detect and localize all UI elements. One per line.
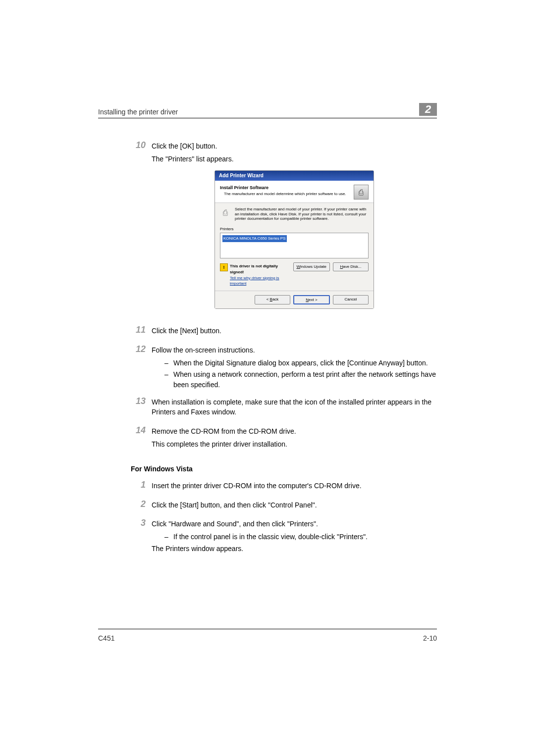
footer-right: 2-10 <box>423 634 437 642</box>
windows-update-button[interactable]: Windows Update <box>293 262 330 271</box>
chapter-badge: 2 <box>419 103 437 116</box>
sub-text: If the control panel is in the classic v… <box>173 532 437 542</box>
step-text: Follow the on-screen instructions. <box>152 345 437 355</box>
step-13: 13 When installation is complete, make s… <box>131 397 437 420</box>
page-footer: C451 2-10 <box>98 629 437 642</box>
step-text: Insert the printer driver CD-ROM into th… <box>152 481 437 491</box>
step-text: Remove the CD-ROM from the CD-ROM drive. <box>152 426 437 436</box>
step-14: 14 Remove the CD-ROM from the CD-ROM dri… <box>131 426 437 453</box>
add-printer-wizard-dialog: Add Printer Wizard Install Printer Softw… <box>214 170 374 309</box>
step-number: 12 <box>131 344 152 391</box>
vista-step-1: 1 Insert the printer driver CD-ROM into … <box>131 481 437 494</box>
step-text: This completes the printer driver instal… <box>152 439 437 449</box>
have-disk-button[interactable]: Have Disk... <box>333 262 369 271</box>
chapter-number: 2 <box>425 103 431 116</box>
dash-icon: – <box>164 369 173 390</box>
step-text: The "Printers" list appears. <box>152 154 437 164</box>
step-number: 2 <box>131 499 152 513</box>
printers-label: Printers <box>220 226 369 232</box>
printers-item[interactable]: KONICA MINOLTA C650 Series PS <box>222 235 287 242</box>
cancel-button[interactable]: Cancel <box>333 295 369 305</box>
warning-icon: ! <box>220 263 228 271</box>
footer-left: C451 <box>98 634 114 642</box>
step-text: Click the [OK] button. <box>152 141 437 151</box>
step-text: Click the [Start] button, and then click… <box>152 500 437 510</box>
sub-item: –When the Digital Signature dialog box a… <box>164 358 437 368</box>
sub-text: When using a network connection, perform… <box>173 369 437 390</box>
back-button[interactable]: < Back <box>255 295 290 305</box>
printers-listbox[interactable]: KONICA MINOLTA C650 Series PS <box>220 233 369 258</box>
step-number: 10 <box>131 140 152 320</box>
vista-step-2: 2 Click the [Start] button, and then cli… <box>131 500 437 513</box>
step-number: 3 <box>131 518 152 556</box>
step-text: Click the [Next] button. <box>152 326 437 336</box>
driver-signing-link[interactable]: Tell me why driver signing is important <box>230 275 291 287</box>
dash-icon: – <box>164 358 173 368</box>
printer-small-icon: ⎙ <box>220 207 231 218</box>
step-text: The Printers window appears. <box>152 544 437 554</box>
step-text: When installation is complete, make sure… <box>152 397 437 417</box>
step-11: 11 Click the [Next] button. <box>131 326 437 339</box>
next-button[interactable]: Next > <box>293 295 330 305</box>
sub-item: –If the control panel is in the classic … <box>164 532 437 542</box>
header-title: Installing the printer driver <box>98 108 419 116</box>
step-number: 13 <box>131 396 152 420</box>
step-number: 11 <box>131 325 152 339</box>
step-text: Click "Hardware and Sound", and then cli… <box>152 519 437 529</box>
step-12: 12 Follow the on-screen instructions. –W… <box>131 345 437 391</box>
step-10: 10 Click the [OK] button. The "Printers"… <box>131 141 437 320</box>
printer-icon: ⎙ <box>354 185 369 200</box>
step-number: 1 <box>131 480 152 494</box>
dialog-title: Add Printer Wizard <box>215 171 374 181</box>
page-header: Installing the printer driver 2 <box>98 103 437 118</box>
sub-text: When the Digital Signature dialog box ap… <box>173 358 437 368</box>
dialog-subheading: The manufacturer and model determine whi… <box>220 191 354 197</box>
dialog-info-text: Select the manufacturer and model of you… <box>235 207 369 221</box>
warning-text: This driver is not digitally signed! <box>230 263 291 275</box>
dialog-heading: Install Printer Software <box>220 185 354 191</box>
sub-item: –When using a network connection, perfor… <box>164 369 437 390</box>
vista-step-3: 3 Click "Hardware and Sound", and then c… <box>131 519 437 556</box>
section-heading: For Windows Vista <box>131 464 437 474</box>
step-number: 14 <box>131 425 152 453</box>
dash-icon: – <box>164 532 173 542</box>
